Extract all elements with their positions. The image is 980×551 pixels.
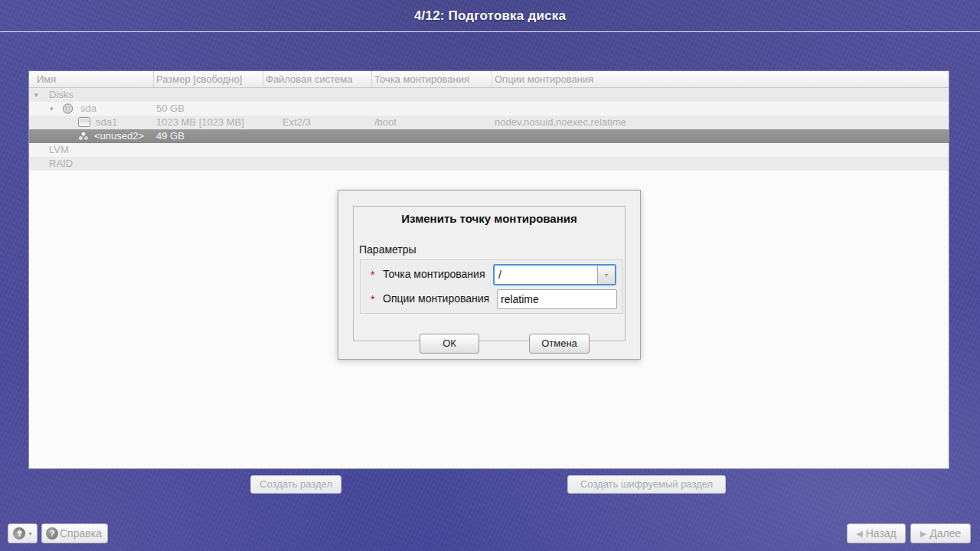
table-row-unused-selected[interactable]: <unused2> 49 GB — [29, 129, 949, 143]
partition-size: 1023 MB [1023 MB] — [156, 116, 244, 129]
column-header-name[interactable]: Имя — [29, 71, 154, 87]
column-header-filesystem[interactable]: Файловая система — [263, 71, 372, 87]
create-partition-button[interactable]: Создать раздел — [250, 475, 341, 494]
group-label-raid: RAID — [49, 157, 73, 171]
table-row-raid[interactable]: RAID — [29, 157, 949, 171]
required-marker: * — [371, 293, 374, 305]
page-title: 4/12: Подготовка диска — [414, 8, 566, 24]
partition-mountpoint: /boot — [374, 116, 397, 129]
group-label-lvm: LVM — [49, 143, 69, 157]
free-space-icon — [77, 131, 90, 142]
wizard-header: 4/12: Подготовка диска — [0, 0, 980, 32]
free-space-size: 49 GB — [156, 129, 185, 143]
parameters-form: * Точка монтирования ▾ * Опции монтирова… — [360, 259, 623, 314]
dialog-title: Изменить точку монтирования — [354, 212, 625, 225]
release-notes-menu-button[interactable]: ➔ ▾ — [8, 523, 38, 543]
table-row-lvm[interactable]: LVM — [29, 143, 949, 157]
help-button[interactable]: ? Справка — [41, 523, 108, 543]
required-marker: * — [371, 269, 374, 281]
back-button-label: Назад — [866, 527, 897, 540]
up-arrow-icon: ➔ — [13, 527, 25, 540]
table-row-sda1[interactable]: sda1 1023 MB [1023 MB] Ext2/3 /boot node… — [29, 116, 949, 129]
column-header-size[interactable]: Размер [свободно] — [154, 71, 263, 87]
back-arrow-icon: ◀ — [856, 529, 862, 539]
help-icon: ? — [46, 527, 58, 540]
partition-filesystem: Ext2/3 — [283, 116, 311, 129]
mountpoint-field-label: Точка монтирования — [383, 268, 485, 280]
device-size: 50 GB — [156, 102, 185, 116]
free-space-name: <unused2> — [94, 129, 144, 143]
combobox-dropdown-button[interactable]: ▾ — [597, 266, 615, 284]
mountpoint-input[interactable] — [495, 266, 597, 284]
partition-options: nodev,nosuid,noexec,relatime — [495, 116, 626, 129]
table-rows: ▾ Disks ▾ sda 50 GB sda1 1023 M — [29, 88, 949, 171]
expander-icon[interactable]: ▾ — [34, 88, 38, 102]
back-button[interactable]: ◀ Назад — [847, 523, 906, 543]
chevron-down-icon: ▾ — [28, 530, 31, 537]
partition-icon — [78, 117, 90, 127]
cancel-button[interactable]: Отмена — [529, 334, 590, 354]
installer-window: 4/12: Подготовка диска Имя Размер [свобо… — [0, 0, 980, 551]
expander-icon[interactable]: ▾ — [50, 102, 54, 116]
partition-name: sda1 — [96, 116, 117, 129]
next-button-label: Далее — [929, 527, 961, 540]
table-row-sda[interactable]: ▾ sda 50 GB — [29, 102, 949, 116]
mountpoint-combobox[interactable]: ▾ — [493, 264, 616, 285]
next-arrow-icon: ▶ — [920, 529, 926, 539]
disk-icon — [62, 103, 74, 114]
mountpoint-dialog: Изменить точку монтирования Параметры * … — [338, 190, 641, 360]
group-label-disks: Disks — [49, 88, 74, 102]
help-button-label: Справка — [60, 527, 102, 540]
ok-button[interactable]: ОК — [420, 334, 479, 354]
mountpoint-dialog-frame: Изменить точку монтирования Параметры * … — [353, 206, 626, 341]
device-name: sda — [80, 102, 96, 116]
column-header-mountpoint[interactable]: Точка монтирования — [372, 71, 492, 87]
table-row-disks[interactable]: ▾ Disks — [29, 88, 949, 102]
next-button[interactable]: ▶ Далее — [910, 523, 971, 543]
table-header: Имя Размер [свободно] Файловая система Т… — [29, 71, 949, 88]
options-field-label: Опции монтирования — [383, 292, 489, 305]
create-encrypted-partition-button[interactable]: Создать шифруемый раздел — [567, 475, 726, 494]
parameters-section-label: Параметры — [359, 243, 416, 256]
chevron-down-icon: ▾ — [605, 272, 608, 279]
column-header-options[interactable]: Опции монтирования — [492, 71, 949, 87]
mount-options-input[interactable] — [497, 289, 617, 309]
